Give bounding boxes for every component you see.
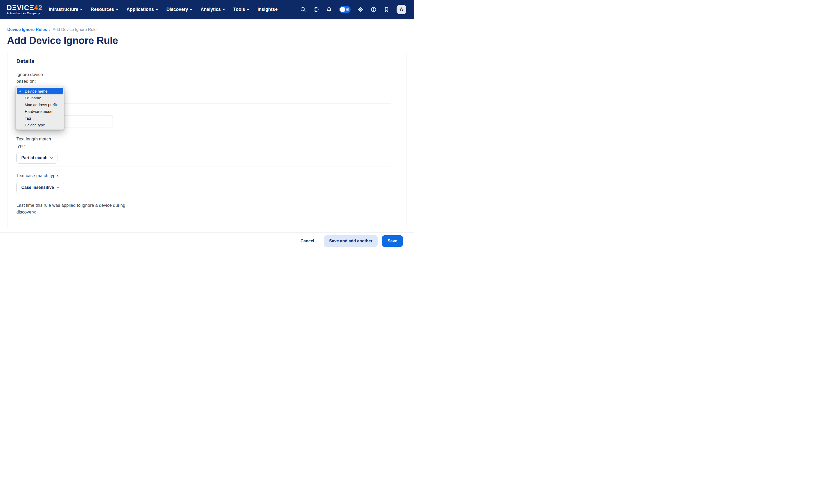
text-length-match-label: Text length match type: bbox=[16, 136, 60, 149]
text-length-match-value: Partial match bbox=[21, 156, 47, 160]
last-applied-label: Last time this rule was applied to ignor… bbox=[16, 202, 126, 216]
logo-accent-2: 2 bbox=[38, 4, 42, 12]
logo-brand: DΞVICΞ42 bbox=[7, 4, 42, 11]
breadcrumb-current: Add Device Ignore Rule bbox=[52, 27, 96, 32]
form-row-name-to-ignore bbox=[16, 103, 391, 132]
form-row-text-length-match: Text length match type: Partial match bbox=[16, 132, 391, 166]
breadcrumb-link-device-ignore-rules[interactable]: Device Ignore Rules bbox=[7, 27, 47, 32]
nav-item-tools[interactable]: Tools bbox=[233, 7, 249, 12]
text-case-match-select[interactable]: Case insensitive bbox=[16, 182, 64, 193]
svg-text:?: ? bbox=[373, 8, 374, 11]
device42-logo[interactable]: DΞVICΞ42 A Freshworks Company bbox=[7, 4, 42, 15]
dropdown-option-tag[interactable]: Tag bbox=[17, 115, 63, 121]
navbar-actions: ? A bbox=[300, 5, 406, 14]
text-length-match-select[interactable]: Partial match bbox=[16, 152, 57, 164]
theme-toggle[interactable] bbox=[339, 6, 350, 13]
dropdown-option-device-name[interactable]: ✓ Device name bbox=[17, 88, 63, 94]
bell-icon[interactable] bbox=[326, 6, 332, 12]
nav-item-analytics[interactable]: Analytics bbox=[201, 7, 225, 12]
chevron-down-icon bbox=[50, 156, 53, 159]
toggle-knob bbox=[340, 7, 345, 12]
option-label: Device name bbox=[25, 89, 48, 93]
chevron-down-icon bbox=[247, 8, 249, 10]
details-card: Details Ignore device based on: Text len… bbox=[7, 53, 407, 228]
sun-icon bbox=[345, 7, 349, 11]
nav-item-label: Insights+ bbox=[257, 7, 278, 12]
bookmark-icon[interactable] bbox=[383, 6, 389, 12]
breadcrumb-separator: › bbox=[49, 27, 50, 32]
form-row-text-case-match: Text case match type: Case insensitive bbox=[16, 166, 391, 196]
save-and-add-another-button[interactable]: Save and add another bbox=[324, 235, 378, 247]
dropdown-option-os-name[interactable]: OS name bbox=[17, 94, 63, 101]
chevron-down-icon bbox=[80, 8, 83, 10]
footer-action-bar: Cancel Save and add another Save bbox=[0, 232, 414, 252]
nav-item-infrastructure[interactable]: Infrastructure bbox=[49, 7, 82, 12]
chevron-down-icon bbox=[116, 8, 118, 10]
top-navbar: DΞVICΞ42 A Freshworks Company Infrastruc… bbox=[0, 0, 414, 19]
nav-item-label: Analytics bbox=[201, 7, 221, 12]
ignore-based-on-dropdown: ✓ Device name OS name Mac address prefix… bbox=[15, 86, 64, 130]
nav-item-label: Applications bbox=[127, 7, 154, 12]
help-icon[interactable]: ? bbox=[371, 6, 377, 12]
check-icon: ✓ bbox=[19, 89, 23, 93]
chevron-down-icon bbox=[222, 8, 225, 10]
nav-item-label: Discovery bbox=[166, 7, 188, 12]
nav-item-insights[interactable]: Insights+ bbox=[257, 7, 278, 12]
nav-item-label: Resources bbox=[91, 7, 114, 12]
cancel-button[interactable]: Cancel bbox=[295, 235, 320, 247]
nav-item-discovery[interactable]: Discovery bbox=[166, 7, 192, 12]
nav-item-label: Infrastructure bbox=[49, 7, 78, 12]
breadcrumb: Device Ignore Rules › Add Device Ignore … bbox=[7, 27, 96, 32]
chevron-down-icon bbox=[190, 8, 193, 10]
logo-tagline: A Freshworks Company bbox=[7, 12, 42, 15]
text-case-match-value: Case insensitive bbox=[21, 185, 54, 190]
chevron-down-icon bbox=[156, 8, 158, 10]
dropdown-option-device-type[interactable]: Device type bbox=[17, 121, 63, 128]
section-title-details: Details bbox=[16, 58, 391, 64]
dropdown-option-mac-address-prefix[interactable]: Mac address prefix bbox=[17, 101, 63, 108]
page-title: Add Device Ignore Rule bbox=[7, 35, 118, 46]
search-icon[interactable] bbox=[300, 6, 306, 12]
nav-menu: Infrastructure Resources Applications Di… bbox=[49, 7, 278, 12]
form-row-ignore-based-on: Ignore device based on: bbox=[16, 64, 391, 103]
nav-item-applications[interactable]: Applications bbox=[127, 7, 158, 12]
avatar[interactable]: A bbox=[397, 5, 406, 14]
ignore-based-on-label: Ignore device based on: bbox=[16, 71, 50, 85]
nav-item-resources[interactable]: Resources bbox=[91, 7, 118, 12]
dropdown-option-hardware-model[interactable]: Hardware model bbox=[17, 108, 63, 115]
page: DΞVICΞ42 A Freshworks Company Infrastruc… bbox=[0, 0, 414, 252]
save-button[interactable]: Save bbox=[382, 235, 403, 247]
globe-icon[interactable] bbox=[313, 6, 319, 12]
nav-item-label: Tools bbox=[233, 7, 245, 12]
logo-accent-4: 4 bbox=[34, 4, 38, 12]
text-case-match-label: Text case match type: bbox=[16, 172, 60, 179]
chevron-down-icon bbox=[57, 185, 59, 188]
gear-icon[interactable] bbox=[358, 6, 364, 12]
form-row-last-applied: Last time this rule was applied to ignor… bbox=[16, 196, 391, 216]
